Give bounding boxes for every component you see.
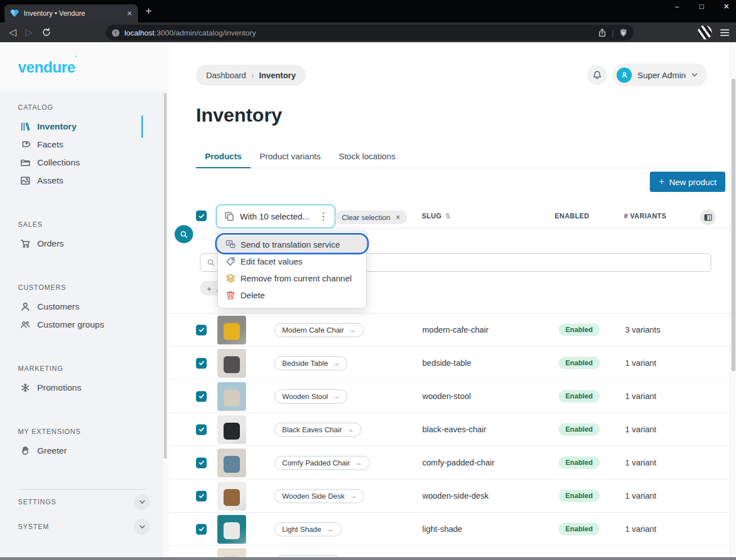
table-row[interactable]: Light Shade → light-shade Enabled 1 vari… [169, 513, 730, 546]
row-checkbox[interactable] [196, 557, 207, 558]
menu-item-remove-from-channel[interactable]: Remove from current channel [218, 270, 366, 286]
window-close-button[interactable]: ✕ [722, 2, 730, 11]
tab-stock-locations[interactable]: Stock locations [329, 147, 404, 168]
table-row[interactable]: Wooden Stool → wooden-stool Enabled 1 va… [169, 380, 730, 413]
breadcrumb-dashboard[interactable]: Dashboard [206, 71, 246, 80]
window-maximize-button[interactable]: □ [698, 2, 706, 11]
arrow-right-icon: → [349, 326, 356, 334]
column-header-enabled: ENABLED [555, 212, 590, 220]
product-slug: bedside-table [422, 359, 559, 368]
tag-icon [20, 140, 30, 150]
row-checkbox[interactable] [196, 391, 207, 402]
sidebar-section-settings[interactable]: SETTINGS [18, 490, 150, 514]
sidebar-section-system[interactable]: SYSTEM [18, 514, 150, 539]
column-settings-button[interactable] [700, 209, 716, 225]
product-slug: modern-cafe-chair [422, 325, 559, 334]
product-name-link[interactable]: Bedside Table → [274, 356, 347, 370]
sidebar-item-collections[interactable]: Collections [0, 154, 163, 172]
sidebar-item-facets[interactable]: Facets [0, 136, 163, 154]
breadcrumb[interactable]: Dashboard › Inventory [196, 65, 306, 86]
tab-products[interactable]: Products [196, 147, 251, 168]
bulk-actions-button[interactable]: With 10 selected... ⋮ [216, 204, 336, 229]
kebab-menu-icon[interactable]: ⋮ [318, 210, 328, 222]
menu-item-edit-facet-values[interactable]: Edit facet values [218, 253, 366, 270]
new-tab-button[interactable]: + [145, 6, 152, 17]
site-info-icon[interactable] [111, 29, 120, 37]
sidebar-item-customers[interactable]: Customers [0, 298, 163, 316]
product-name-link[interactable]: Black Eaves Chair → [274, 423, 362, 437]
check-icon [198, 213, 205, 219]
table-row[interactable]: Comfy Padded Chair → comfy-padded-chair … [169, 446, 730, 480]
bulk-actions-label: With 10 selected... [240, 212, 309, 221]
row-checkbox[interactable] [196, 524, 207, 535]
translate-icon: A [226, 240, 235, 249]
close-icon[interactable]: ✕ [395, 214, 400, 221]
variant-count: 1 variant [625, 392, 730, 401]
product-name-link[interactable]: Modern Cafe Chair → [274, 323, 364, 337]
select-all-checkbox[interactable] [196, 210, 207, 221]
search-button[interactable] [175, 225, 193, 243]
sidebar-item-assets[interactable]: Assets [0, 172, 163, 190]
main-content: Dashboard › Inventory Super Admin Invent… [169, 42, 736, 557]
sidebar-scrollbar[interactable] [164, 93, 167, 459]
table-row[interactable]: Black Eaves Chair → black-eaves-chair En… [169, 413, 730, 446]
search-icon [180, 230, 188, 239]
menu-item-delete[interactable]: Delete [218, 286, 366, 303]
sidebar-nav: CATALOG Inventory Facets Collections [0, 90, 163, 557]
brave-shield-icon[interactable] [619, 28, 628, 38]
window-minimize-button[interactable]: – [673, 2, 681, 11]
row-checkbox[interactable] [196, 424, 207, 435]
sort-icon[interactable]: ⇅ [445, 212, 451, 220]
nav-section-customers: CUSTOMERS [0, 282, 163, 293]
user-menu[interactable]: Super Admin [613, 64, 707, 86]
arrow-right-icon: → [349, 492, 356, 500]
table-row[interactable]: Bedside Table → bedside-table Enabled 1 … [169, 347, 730, 380]
sidebar-item-customer-groups[interactable]: Customer groups [0, 316, 163, 334]
product-name-link[interactable] [274, 555, 342, 557]
sidebar-item-orders[interactable]: Orders [0, 235, 163, 253]
product-name-link[interactable]: Comfy Padded Chair → [274, 456, 370, 470]
product-name-link[interactable]: Light Shade → [274, 522, 342, 536]
product-slug: comfy-padded-chair [422, 458, 559, 467]
reload-icon[interactable] [42, 28, 51, 37]
status-badge: Enabled [559, 390, 600, 402]
browser-menu-icon[interactable] [720, 28, 729, 38]
row-checkbox[interactable] [196, 358, 207, 369]
row-checkbox[interactable] [196, 458, 207, 468]
chevron-down-icon[interactable] [134, 519, 150, 535]
clear-selection-chip[interactable]: Clear selection ✕ [335, 210, 407, 224]
scrollbar-thumb[interactable] [731, 79, 735, 371]
sidebar-item-greeter[interactable]: Greeter [0, 442, 163, 460]
browser-profile-avatar[interactable] [697, 25, 712, 40]
plus-icon: + [207, 284, 212, 293]
new-product-button[interactable]: + New product [650, 172, 725, 192]
image-icon [20, 176, 30, 186]
chevron-down-icon [692, 73, 698, 77]
chevron-down-icon[interactable] [134, 494, 150, 510]
product-rows: Modern Cafe Chair → modern-cafe-chair En… [169, 313, 730, 557]
notifications-button[interactable] [587, 65, 607, 85]
product-name-link[interactable]: Wooden Stool → [274, 389, 347, 404]
copy-icon [225, 212, 234, 221]
tab-bar: Products Product variants Stock location… [196, 147, 713, 168]
table-row[interactable] [169, 546, 730, 557]
browser-tab-strip: Inventory • Vendure ✕ + – □ ✕ [0, 0, 736, 23]
back-icon[interactable]: ◁ [9, 26, 16, 38]
tab-close-icon[interactable]: ✕ [127, 10, 132, 17]
table-row[interactable]: Wooden Side Desk → wooden-side-desk Enab… [169, 480, 730, 513]
url-bar[interactable]: localhost:3000/admin/catalog/inventory | [106, 25, 634, 41]
share-icon[interactable] [597, 28, 607, 38]
table-row[interactable]: Modern Cafe Chair → modern-cafe-chair En… [169, 313, 730, 347]
product-thumbnail [217, 449, 246, 477]
main-scrollbar[interactable] [730, 42, 736, 557]
menu-item-send-to-translation[interactable]: A Send to translation service [218, 236, 366, 253]
tab-product-variants[interactable]: Product variants [251, 147, 329, 168]
product-name-link[interactable]: Wooden Side Desk → [274, 489, 364, 503]
nav-section-marketing: MARKETING [0, 363, 163, 374]
sidebar-item-promotions[interactable]: Promotions [0, 379, 163, 397]
row-checkbox[interactable] [196, 325, 207, 335]
browser-tab[interactable]: Inventory • Vendure ✕ [5, 5, 138, 23]
row-checkbox[interactable] [196, 491, 207, 501]
sidebar-item-inventory[interactable]: Inventory [0, 118, 163, 136]
column-header-slug[interactable]: SLUG⇅ [422, 212, 451, 220]
